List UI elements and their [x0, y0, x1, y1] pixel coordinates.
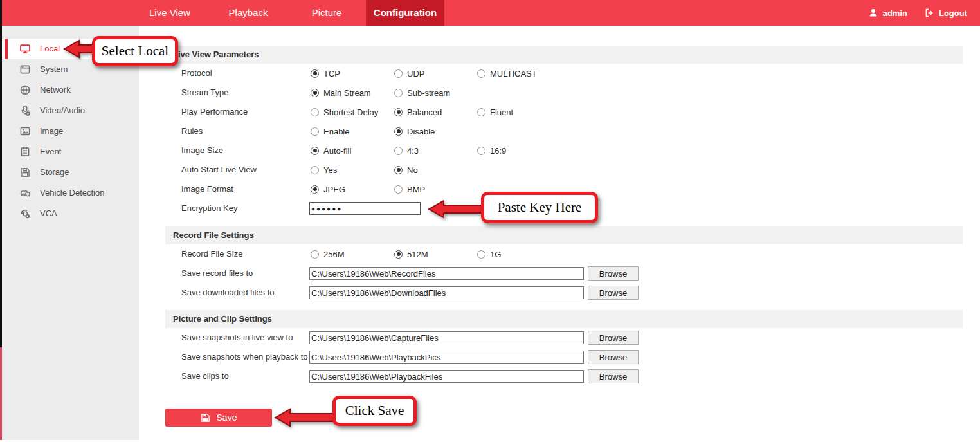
sidebar: LocalSystemNetworkVideo/AudioImageEventS… — [0, 26, 139, 440]
radio-label[interactable]: 4:3 — [407, 146, 419, 156]
radio-button-selected[interactable] — [311, 89, 319, 97]
radio-label[interactable]: Fluent — [490, 107, 513, 117]
radio-label[interactable]: Disable — [407, 127, 435, 136]
radio-label[interactable]: 512M — [407, 250, 428, 259]
configuration-content: Live View ParametersProtocolTCPUDPMULTIC… — [139, 26, 980, 442]
radio-button[interactable] — [394, 185, 403, 194]
vehicle-detection-icon — [19, 187, 31, 199]
browse-button[interactable]: Browse — [588, 266, 639, 281]
radio-label[interactable]: Auto-fill — [323, 146, 351, 156]
radio-button[interactable] — [477, 69, 485, 78]
setting-label: Record File Size — [181, 244, 242, 264]
radio-button[interactable] — [477, 108, 485, 116]
radio-option-enable[interactable]: Enable — [311, 122, 349, 141]
setting-label: Image Format — [181, 180, 233, 199]
radio-label[interactable]: JPEG — [323, 185, 345, 194]
radio-label[interactable]: Shortest Delay — [323, 107, 378, 117]
save-record-files-to-input[interactable] — [309, 267, 584, 280]
radio-button-selected[interactable] — [394, 108, 403, 116]
sidebar-item-network[interactable]: Network — [0, 80, 139, 100]
topbar-tabs: Live ViewPlaybackPictureConfiguration — [131, 0, 444, 26]
radio-option-fluent[interactable]: Fluent — [477, 102, 513, 122]
save-snapshots-in-live-view-to-input[interactable] — [309, 331, 584, 344]
radio-option-disable[interactable]: Disable — [394, 122, 435, 141]
browse-button[interactable]: Browse — [588, 369, 639, 383]
sidebar-item-label: Vehicle Detection — [40, 183, 104, 203]
radio-button-selected[interactable] — [394, 166, 403, 174]
radio-option-auto-fill[interactable]: Auto-fill — [311, 141, 351, 160]
setting-row-auto-start-live-view: Auto Start Live ViewYesNo — [139, 160, 975, 180]
radio-option-balanced[interactable]: Balanced — [394, 102, 442, 122]
radio-label[interactable]: MULTICAST — [490, 69, 537, 78]
radio-button[interactable] — [394, 69, 403, 78]
radio-option-jpeg[interactable]: JPEG — [311, 180, 345, 199]
radio-label[interactable]: Balanced — [407, 107, 442, 117]
setting-row-save-clips-to: Save clips toBrowse — [139, 367, 975, 386]
radio-label[interactable]: No — [407, 165, 418, 175]
sidebar-item-image[interactable]: Image — [0, 121, 139, 142]
setting-label: Save clips to — [181, 367, 229, 386]
browse-button[interactable]: Browse — [588, 331, 639, 345]
radio-label[interactable]: Main Stream — [323, 88, 371, 98]
browse-button[interactable]: Browse — [588, 286, 639, 300]
encryption-key-input[interactable] — [309, 202, 421, 215]
radio-option-1g[interactable]: 1G — [477, 244, 501, 264]
radio-option-multicast[interactable]: MULTICAST — [477, 64, 537, 83]
username-label[interactable]: admin — [883, 8, 907, 18]
tab-picture[interactable]: Picture — [287, 0, 366, 26]
radio-option-4-3[interactable]: 4:3 — [394, 141, 419, 160]
radio-label[interactable]: 1G — [490, 250, 501, 259]
radio-button-selected[interactable] — [394, 127, 403, 136]
sidebar-item-event[interactable]: Event — [0, 142, 139, 162]
sidebar-item-storage[interactable]: Storage — [0, 162, 139, 183]
radio-option-tcp[interactable]: TCP — [311, 64, 340, 83]
radio-button-selected[interactable] — [311, 69, 319, 78]
radio-button[interactable] — [311, 250, 319, 259]
microphone-icon — [19, 105, 31, 116]
radio-option-bmp[interactable]: BMP — [394, 180, 425, 199]
radio-option-shortest-delay[interactable]: Shortest Delay — [311, 102, 378, 122]
sidebar-item-vehicle-detection[interactable]: Vehicle Detection — [0, 183, 139, 203]
radio-option-main-stream[interactable]: Main Stream — [311, 83, 371, 102]
setting-label: Save record files to — [181, 264, 253, 283]
radio-option-256m[interactable]: 256M — [311, 244, 345, 264]
radio-label[interactable]: UDP — [407, 69, 424, 78]
radio-button[interactable] — [394, 89, 403, 97]
radio-label[interactable]: Sub-stream — [407, 88, 450, 98]
radio-label[interactable]: 256M — [323, 250, 345, 259]
save-button[interactable]: Save — [165, 409, 272, 427]
radio-option-udp[interactable]: UDP — [394, 64, 424, 83]
storage-floppy-icon — [19, 167, 31, 178]
radio-button-selected[interactable] — [394, 250, 403, 259]
radio-button[interactable] — [394, 147, 403, 155]
logout-label[interactable]: Logout — [939, 8, 967, 18]
radio-option-512m[interactable]: 512M — [394, 244, 428, 264]
tab-playback[interactable]: Playback — [209, 0, 287, 26]
radio-button[interactable] — [311, 108, 319, 116]
radio-option-16-9[interactable]: 16:9 — [477, 141, 506, 160]
browse-button[interactable]: Browse — [588, 350, 639, 364]
radio-button-selected[interactable] — [311, 147, 319, 155]
radio-label[interactable]: 16:9 — [490, 146, 506, 156]
radio-option-no[interactable]: No — [394, 160, 418, 180]
radio-option-yes[interactable]: Yes — [311, 160, 337, 180]
radio-button[interactable] — [477, 147, 485, 155]
tab-configuration[interactable]: Configuration — [366, 0, 444, 26]
radio-label[interactable]: Yes — [323, 165, 337, 175]
radio-label[interactable]: TCP — [323, 69, 340, 78]
save-clips-to-input[interactable] — [309, 370, 584, 383]
radio-label[interactable]: Enable — [323, 127, 349, 136]
radio-label[interactable]: BMP — [407, 185, 425, 194]
save-downloaded-files-to-input[interactable] — [309, 286, 584, 299]
sidebar-item-video-audio[interactable]: Video/Audio — [0, 100, 139, 121]
setting-label: Rules — [181, 122, 203, 141]
tab-live-view[interactable]: Live View — [131, 0, 209, 26]
topbar: Live ViewPlaybackPictureConfiguration ad… — [0, 0, 980, 26]
radio-button-selected[interactable] — [311, 185, 319, 194]
radio-button[interactable] — [311, 127, 319, 136]
radio-option-sub-stream[interactable]: Sub-stream — [394, 83, 450, 102]
radio-button[interactable] — [311, 166, 319, 174]
save-snapshots-when-playback-to-input[interactable] — [309, 351, 584, 364]
sidebar-item-vca[interactable]: VCA — [0, 203, 139, 224]
radio-button[interactable] — [477, 250, 485, 259]
